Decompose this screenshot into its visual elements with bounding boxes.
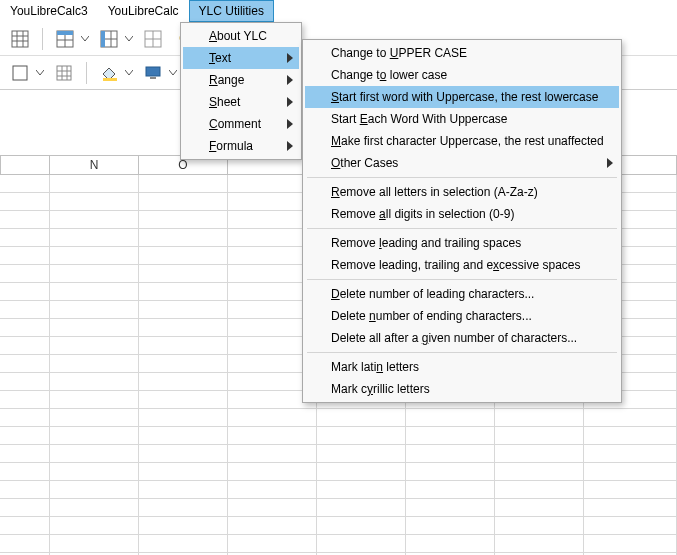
- cell[interactable]: [0, 229, 50, 247]
- cell[interactable]: [317, 427, 406, 445]
- menu-item[interactable]: Change to UPPER CASE: [305, 42, 619, 64]
- cell[interactable]: [317, 535, 406, 553]
- cell[interactable]: [50, 355, 139, 373]
- cell[interactable]: [0, 247, 50, 265]
- menu-item-comment[interactable]: Comment: [183, 113, 299, 135]
- menu-item-sheet[interactable]: Sheet: [183, 91, 299, 113]
- cell[interactable]: [317, 409, 406, 427]
- cell[interactable]: [139, 193, 228, 211]
- cell[interactable]: [584, 409, 677, 427]
- cell[interactable]: [50, 337, 139, 355]
- cell[interactable]: [50, 301, 139, 319]
- dropdown-button[interactable]: [123, 70, 135, 76]
- menu-item-range[interactable]: Range: [183, 69, 299, 91]
- menu-item[interactable]: Remove leading and trailing spaces: [305, 232, 619, 254]
- cell[interactable]: [317, 463, 406, 481]
- cell[interactable]: [584, 535, 677, 553]
- cell[interactable]: [406, 499, 495, 517]
- cell[interactable]: [139, 463, 228, 481]
- cell[interactable]: [228, 427, 317, 445]
- menu-item[interactable]: Change to lower case: [305, 64, 619, 86]
- cell[interactable]: [139, 445, 228, 463]
- cell[interactable]: [0, 391, 50, 409]
- cell[interactable]: [584, 463, 677, 481]
- cell[interactable]: [228, 445, 317, 463]
- cell[interactable]: [139, 247, 228, 265]
- menu-item[interactable]: Start first word with Uppercase, the res…: [305, 86, 619, 108]
- cell[interactable]: [139, 517, 228, 535]
- cell[interactable]: [584, 427, 677, 445]
- cell[interactable]: [50, 265, 139, 283]
- cell[interactable]: [50, 283, 139, 301]
- table-style2-button[interactable]: [95, 26, 123, 52]
- cell[interactable]: [317, 445, 406, 463]
- cell[interactable]: [406, 445, 495, 463]
- cell[interactable]: [228, 499, 317, 517]
- cell[interactable]: [406, 535, 495, 553]
- cell[interactable]: [50, 211, 139, 229]
- menu-item-formula[interactable]: Formula: [183, 135, 299, 157]
- menu-item-about-ylc[interactable]: About YLC: [183, 25, 299, 47]
- cell[interactable]: [406, 409, 495, 427]
- cell[interactable]: [495, 409, 584, 427]
- dropdown-button[interactable]: [123, 36, 135, 42]
- cell[interactable]: [317, 499, 406, 517]
- cell[interactable]: [139, 481, 228, 499]
- cell[interactable]: [228, 463, 317, 481]
- menu-item[interactable]: Make first character Uppercase, the rest…: [305, 130, 619, 152]
- menu-item[interactable]: Other Cases: [305, 152, 619, 174]
- cell[interactable]: [139, 175, 228, 193]
- menubar-item-youlibrecalc3[interactable]: YouLibreCalc3: [0, 0, 98, 22]
- cell[interactable]: [495, 481, 584, 499]
- cell[interactable]: [0, 535, 50, 553]
- cell[interactable]: [50, 391, 139, 409]
- cell[interactable]: [0, 409, 50, 427]
- cell[interactable]: [406, 481, 495, 499]
- cell[interactable]: [139, 211, 228, 229]
- menu-item[interactable]: Start Each Word With Uppercase: [305, 108, 619, 130]
- cell[interactable]: [139, 355, 228, 373]
- cell[interactable]: [50, 193, 139, 211]
- border-button[interactable]: [6, 60, 34, 86]
- cell[interactable]: [584, 481, 677, 499]
- cell[interactable]: [0, 301, 50, 319]
- cell[interactable]: [0, 517, 50, 535]
- cell[interactable]: [50, 499, 139, 517]
- cell[interactable]: [584, 517, 677, 535]
- cell[interactable]: [228, 535, 317, 553]
- fillcolor-button[interactable]: [95, 60, 123, 86]
- cell[interactable]: [0, 427, 50, 445]
- menubar-item-youlibrecalc[interactable]: YouLibreCalc: [98, 0, 189, 22]
- col-header-n[interactable]: N: [50, 156, 139, 174]
- grid-button[interactable]: [139, 26, 167, 52]
- cell[interactable]: [139, 229, 228, 247]
- cell[interactable]: [139, 373, 228, 391]
- cell[interactable]: [50, 373, 139, 391]
- cell[interactable]: [50, 481, 139, 499]
- menu-item[interactable]: Remove leading, trailing and excessive s…: [305, 254, 619, 276]
- cell[interactable]: [50, 517, 139, 535]
- dropdown-button[interactable]: [34, 70, 46, 76]
- menu-item[interactable]: Delete all after a given number of chara…: [305, 327, 619, 349]
- cell[interactable]: [139, 301, 228, 319]
- cell[interactable]: [406, 427, 495, 445]
- cell[interactable]: [495, 445, 584, 463]
- cell[interactable]: [0, 481, 50, 499]
- cell[interactable]: [317, 517, 406, 535]
- cell[interactable]: [0, 463, 50, 481]
- cell[interactable]: [50, 229, 139, 247]
- cell[interactable]: [50, 463, 139, 481]
- cell[interactable]: [495, 463, 584, 481]
- cell[interactable]: [0, 445, 50, 463]
- cell[interactable]: [495, 499, 584, 517]
- cell[interactable]: [50, 319, 139, 337]
- cell[interactable]: [139, 265, 228, 283]
- menu-item[interactable]: Delete number of leading characters...: [305, 283, 619, 305]
- col-header-prev[interactable]: [0, 156, 50, 174]
- cell[interactable]: [0, 373, 50, 391]
- cell[interactable]: [584, 445, 677, 463]
- cell[interactable]: [0, 193, 50, 211]
- cell[interactable]: [495, 517, 584, 535]
- menu-item[interactable]: Mark latin letters: [305, 356, 619, 378]
- table-style-button[interactable]: [51, 26, 79, 52]
